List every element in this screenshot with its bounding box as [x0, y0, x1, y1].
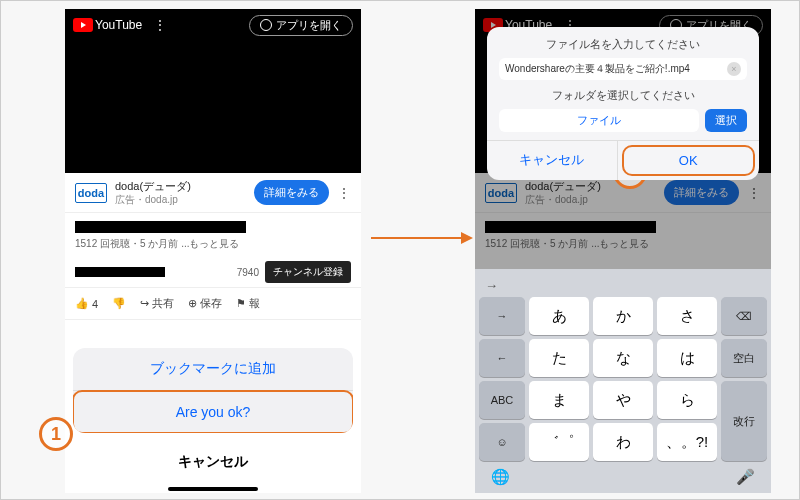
key-backspace[interactable]: ⌫ [721, 297, 767, 335]
ad-cta-button[interactable]: 詳細をみる [254, 180, 329, 205]
folder-select-button[interactable]: 選択 [705, 109, 747, 132]
ad-subtitle: 広告・doda.jp [115, 193, 246, 206]
key-space[interactable]: 空白 [721, 339, 767, 377]
channel-row: 7940 チャンネル登録 [65, 257, 361, 288]
flow-arrow-icon [371, 237, 471, 239]
key-ya[interactable]: や [593, 381, 653, 419]
kb-candidate-arrow[interactable]: → [485, 278, 498, 293]
report-button[interactable]: ⚑ 報 [236, 296, 260, 311]
phone-screen-2: YouTube ⋮ アプリを開く doda doda(デューダ) 広告・doda… [475, 9, 771, 493]
redacted-text [75, 221, 246, 233]
key-emoji[interactable]: ☺ [479, 423, 525, 461]
save-button[interactable]: ⊕ 保存 [188, 296, 222, 311]
share-button[interactable]: ↪ 共有 [140, 296, 174, 311]
header-menu-icon[interactable]: ⋮ [154, 18, 166, 32]
youtube-logo-text: YouTube [95, 18, 142, 32]
mic-icon[interactable]: 🎤 [736, 468, 755, 486]
filename-value: Wondershareの主要４製品をご紹介!.mp4 [505, 62, 690, 76]
key-ka[interactable]: か [593, 297, 653, 335]
subscriber-count: 7940 [237, 267, 259, 278]
dialog-cancel-button[interactable]: キャンセル [487, 141, 618, 180]
youtube-logo[interactable]: YouTube [73, 18, 142, 32]
key-a[interactable]: あ [529, 297, 589, 335]
key-punct[interactable]: 、。?! [657, 423, 717, 461]
like-button[interactable]: 👍 4 [75, 297, 98, 310]
key-ta[interactable]: た [529, 339, 589, 377]
bookmark-option[interactable]: ブックマークに追加 [73, 348, 353, 391]
clear-input-icon[interactable]: × [727, 62, 741, 76]
keyboard-grid: → あ か さ ⌫ ← た な は 空白 ABC ま や ら 改行 ☺ ゛゜ わ… [479, 297, 767, 461]
key-abc[interactable]: ABC [479, 381, 525, 419]
dialog-filename-label: ファイル名を入力してください [499, 37, 747, 52]
sheet-cancel-button[interactable]: キャンセル [73, 441, 353, 483]
youtube-header: YouTube ⋮ アプリを開く [65, 9, 361, 41]
key-wa[interactable]: わ [593, 423, 653, 461]
dislike-button[interactable]: 👎 [112, 297, 126, 310]
open-in-app-button[interactable]: アプリを開く [249, 15, 353, 36]
key-return[interactable]: 改行 [721, 381, 767, 461]
key-na[interactable]: な [593, 339, 653, 377]
key-ha[interactable]: は [657, 339, 717, 377]
video-meta: 1512 回視聴・5 か月前 ...もっと見る [65, 235, 361, 257]
subscribe-button[interactable]: チャンネル登録 [265, 261, 351, 283]
key-ma[interactable]: ま [529, 381, 589, 419]
step-1-callout: 1 [39, 417, 73, 451]
key-forward[interactable]: → [479, 297, 525, 335]
home-indicator [168, 487, 258, 491]
filename-input[interactable]: Wondershareの主要４製品をご紹介!.mp4 × [499, 58, 747, 80]
ad-banner: doda doda(デューダ) 広告・doda.jp 詳細をみる ⋮ [65, 173, 361, 213]
action-sheet: ブックマークに追加 Are you ok? キャンセル [73, 348, 353, 483]
dialog-folder-label: フォルダを選択してください [499, 88, 747, 103]
folder-display[interactable]: ファイル [499, 109, 699, 132]
dialog-ok-button[interactable]: OK [622, 145, 756, 176]
youtube-play-icon [73, 18, 93, 32]
key-ra[interactable]: ら [657, 381, 717, 419]
filename-dialog: ファイル名を入力してください Wondershareの主要４製品をご紹介!.mp… [487, 27, 759, 180]
ios-keyboard: → → あ か さ ⌫ ← た な は 空白 ABC ま や ら 改行 ☺ ゛゜… [475, 269, 771, 493]
ad-title: doda(デューダ) [115, 179, 246, 193]
video-player[interactable] [65, 41, 361, 173]
action-bar: 👍 4 👎 ↪ 共有 ⊕ 保存 ⚑ 報 [65, 288, 361, 320]
globe-icon[interactable]: 🌐 [491, 468, 510, 486]
key-sa[interactable]: さ [657, 297, 717, 335]
areyouok-option[interactable]: Are you ok? [73, 390, 353, 433]
ad-logo: doda [75, 183, 107, 203]
ad-more-icon[interactable]: ⋮ [337, 185, 351, 201]
channel-name-redacted [75, 267, 165, 277]
key-dakuten[interactable]: ゛゜ [529, 423, 589, 461]
phone-screen-1: YouTube ⋮ アプリを開く doda doda(デューダ) 広告・doda… [65, 9, 361, 493]
key-back[interactable]: ← [479, 339, 525, 377]
video-title [65, 213, 361, 235]
